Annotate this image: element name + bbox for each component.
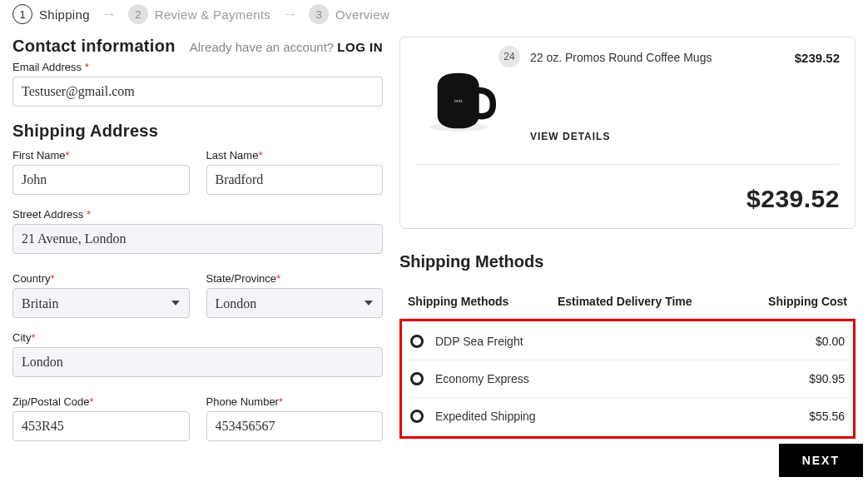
first-name-label: First Name* [12, 149, 190, 161]
step-label: Shipping [39, 7, 90, 22]
shipping-option-cost: $55.56 [761, 410, 845, 423]
step-number: 3 [309, 4, 329, 24]
shipping-option-name: DDP Sea Freight [435, 335, 637, 348]
shipping-methods-table: Shipping Methods Estimated Delivery Time… [399, 285, 856, 439]
arrow-icon: → [102, 6, 117, 23]
already-account-text: Already have an account? [190, 40, 338, 54]
phone-field[interactable] [206, 411, 384, 441]
state-select[interactable]: London [206, 288, 384, 318]
step-number: 1 [12, 4, 32, 24]
step-shipping[interactable]: 1 Shipping [12, 4, 90, 24]
last-name-label: Last Name* [206, 149, 384, 161]
shipping-option-row[interactable]: DDP Sea Freight $0.00 [405, 323, 850, 360]
login-prompt: Already have an account? LOG IN [190, 40, 383, 54]
grand-total: $239.52 [415, 185, 840, 213]
shipping-option-cost: $0.00 [761, 335, 845, 348]
checkout-stepper: 1 Shipping → 2 Review & Payments → 3 Ove… [12, 0, 856, 37]
radio-icon[interactable] [410, 335, 424, 348]
city-label: City* [12, 331, 383, 344]
step-label: Overview [335, 7, 389, 22]
view-details-link[interactable]: VIEW DETAILS [530, 131, 840, 142]
order-summary: 24 text 22 oz. Promos Round Coffee Mugs [399, 37, 856, 229]
city-field[interactable] [12, 347, 383, 377]
last-name-field[interactable] [206, 165, 384, 195]
step-overview[interactable]: 3 Overview [309, 4, 389, 24]
login-link[interactable]: LOG IN [337, 40, 383, 54]
quantity-badge: 24 [498, 46, 520, 67]
shipping-address-heading: Shipping Address [12, 122, 383, 141]
shipping-methods-heading: Shipping Methods [399, 252, 856, 271]
mug-icon: text [424, 63, 507, 138]
first-name-field[interactable] [12, 165, 190, 195]
shipping-option-row[interactable]: Economy Express $90.95 [405, 360, 850, 398]
zip-label: Zip/Postal Code* [12, 395, 190, 408]
svg-text:text: text [454, 97, 463, 103]
step-review-payments[interactable]: 2 Review & Payments [128, 4, 270, 24]
contact-information-heading: Contact information [12, 37, 176, 56]
country-select[interactable]: Britain [12, 288, 190, 318]
shipping-option-cost: $90.95 [761, 372, 845, 385]
zip-field[interactable] [12, 411, 190, 441]
product-name: 22 oz. Promos Round Coffee Mugs [530, 51, 712, 65]
arrow-icon: → [282, 6, 297, 23]
radio-icon[interactable] [410, 372, 424, 385]
phone-label: Phone Number* [206, 395, 384, 408]
col-header-cost: Shipping Cost [739, 295, 847, 308]
col-header-method: Shipping Methods [408, 295, 558, 308]
state-label: State/Province* [206, 272, 384, 285]
street-address-field[interactable] [12, 224, 383, 254]
shipping-option-name: Expedited Shipping [435, 410, 637, 423]
product-price: $239.52 [795, 51, 840, 65]
street-address-label: Street Address * [12, 208, 383, 221]
product-thumbnail: text [415, 51, 515, 151]
col-header-eta: Estimated Delivery Time [558, 295, 739, 308]
shipping-option-row[interactable]: Expedited Shipping $55.56 [405, 398, 850, 435]
shipping-options-highlight: DDP Sea Freight $0.00 Economy Express $9… [399, 319, 856, 439]
radio-icon[interactable] [410, 410, 424, 423]
shipping-option-name: Economy Express [435, 372, 637, 385]
cart-line-item: 24 text 22 oz. Promos Round Coffee Mugs [415, 51, 840, 165]
email-field[interactable] [12, 77, 383, 107]
country-label: Country* [12, 272, 190, 285]
next-button[interactable]: NEXT [779, 444, 863, 477]
step-label: Review & Payments [155, 7, 270, 22]
email-label: Email Address * [12, 61, 383, 73]
step-number: 2 [128, 4, 148, 24]
